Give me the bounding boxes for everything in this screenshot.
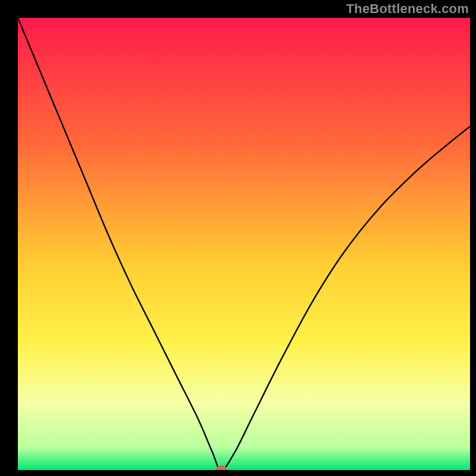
plot-area — [18, 18, 470, 470]
gradient-background — [18, 18, 470, 470]
chart-svg — [18, 18, 470, 470]
watermark-text: TheBottleneck.com — [346, 1, 469, 17]
chart-frame: TheBottleneck.com — [0, 0, 476, 476]
